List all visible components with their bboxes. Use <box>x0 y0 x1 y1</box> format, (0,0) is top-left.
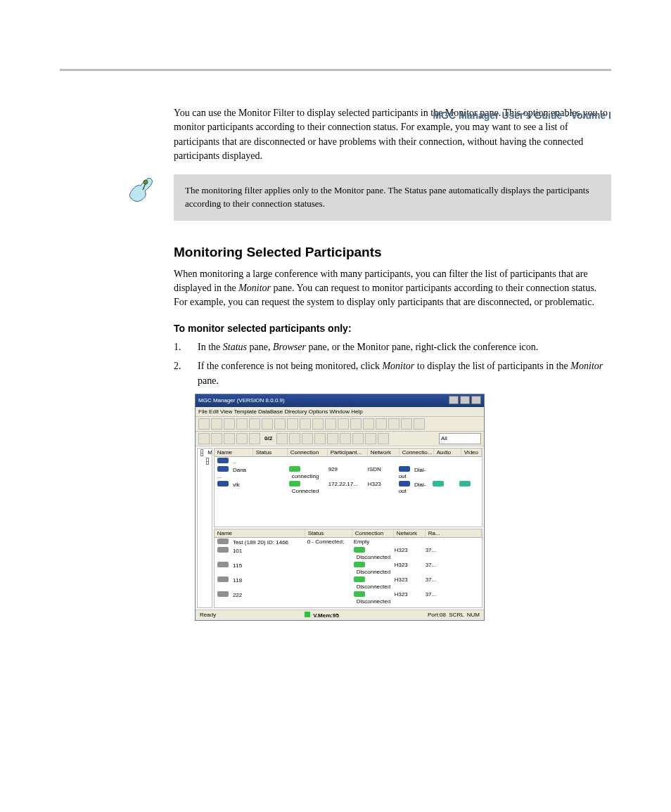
toolbar-button[interactable] <box>198 418 210 430</box>
toolbar-button[interactable] <box>378 433 389 444</box>
toolbar-button[interactable] <box>287 418 298 430</box>
status-icon <box>289 481 300 486</box>
participants-panel[interactable]: Name Status Connection Participant... Ne… <box>214 448 483 527</box>
toolbar-button[interactable] <box>211 418 222 430</box>
conn-row[interactable]: 101 DisconnectedH32337... <box>215 546 482 561</box>
toolbar-button[interactable] <box>352 433 364 444</box>
conn-row[interactable]: 118 DisconnectedH32337... <box>215 576 482 591</box>
page-header: MGC Manager User's Guide - Volume I <box>433 110 611 121</box>
step-1: 1. In the Status pane, Browser pane, or … <box>174 340 611 354</box>
top-columns[interactable]: Name Status Connection Participant... Ne… <box>215 449 482 457</box>
connection-panel[interactable]: Name Status Connection Network Ra... Tes… <box>214 529 483 608</box>
note-pin-icon <box>120 174 174 205</box>
embedded-screenshot: MGC Manager (VERSION 8.0.0.9) File Edit … <box>195 394 611 621</box>
status-bar: Ready V.Mem:95 Port:08 SCRL NUM <box>196 610 484 620</box>
toolbar-button[interactable] <box>314 433 326 444</box>
section-heading: Monitoring Selected Participants <box>174 245 611 260</box>
expander-icon[interactable]: - <box>206 458 209 465</box>
conn-row[interactable]: Test (189 20) ID: 14660 - Connected;Empt… <box>215 538 482 546</box>
toolbar-button[interactable] <box>327 433 338 444</box>
note-box: The monitoring filter applies only to th… <box>174 174 611 221</box>
status-dot-icon <box>354 562 365 567</box>
entry-icon <box>217 539 229 544</box>
up-row[interactable]: .. <box>215 457 482 465</box>
toolbar-button[interactable] <box>198 433 210 444</box>
toolbar-button[interactable] <box>236 433 248 444</box>
toolbar-button[interactable] <box>249 418 260 430</box>
toolbar-button[interactable] <box>363 418 374 430</box>
toolbar-button[interactable] <box>224 418 235 430</box>
toolbar-counter: 0/2 <box>262 435 275 442</box>
window-buttons[interactable] <box>447 396 481 406</box>
tree-panel[interactable]: -MCUs Network -Product Management ( Mino… <box>197 448 212 608</box>
conn-row[interactable]: 115 DisconnectedH32337... <box>215 561 482 576</box>
section-para: When monitoring a large conference with … <box>174 267 611 310</box>
window-title: MGC Manager (VERSION 8.0.0.9) <box>198 397 285 404</box>
entry-icon <box>217 576 229 582</box>
toolbar-2[interactable]: 0/2 All <box>196 432 484 446</box>
status-dot-icon <box>354 576 365 582</box>
entry-icon <box>217 591 229 597</box>
toolbar-button[interactable] <box>414 418 425 430</box>
toolbar-button[interactable] <box>276 433 288 444</box>
toolbar-button[interactable] <box>300 418 311 430</box>
status-dot-icon <box>354 547 365 553</box>
status-icon <box>289 466 300 472</box>
toolbar-button[interactable] <box>262 418 273 430</box>
participant-icon <box>217 481 229 486</box>
toolbar-1[interactable] <box>196 417 484 432</box>
toolbar-button[interactable] <box>224 433 235 444</box>
up-icon <box>217 458 229 463</box>
filter-select[interactable]: All <box>439 433 481 444</box>
close-button[interactable] <box>471 396 481 404</box>
video-icon <box>459 481 471 486</box>
expander-icon[interactable]: - <box>200 449 203 456</box>
toolbar-button[interactable] <box>211 433 222 444</box>
entry-icon <box>217 547 229 553</box>
step-2: 2. If the conference is not being monito… <box>174 359 611 388</box>
dial-icon <box>399 466 410 472</box>
participant-icon <box>217 466 229 472</box>
toolbar-button[interactable] <box>376 418 387 430</box>
toolbar-button[interactable] <box>249 433 260 444</box>
dial-icon <box>399 481 410 486</box>
participant-row[interactable]: Dana ... connecting 929 ISDN Dial-out <box>215 465 482 480</box>
toolbar-button[interactable] <box>338 418 349 430</box>
conn-row[interactable]: 222 DisconnectedH32337... <box>215 591 482 605</box>
toolbar-button[interactable] <box>302 433 313 444</box>
participant-row[interactable]: vik Connected 172.22.17... H323 Dial-out <box>215 480 482 495</box>
toolbar-button[interactable] <box>401 418 412 430</box>
min-button[interactable] <box>449 396 459 404</box>
toolbar-button[interactable] <box>312 418 324 430</box>
toolbar-button[interactable] <box>236 418 248 430</box>
procedure-heading: To monitor selected participants only: <box>174 323 611 334</box>
toolbar-button[interactable] <box>365 433 376 444</box>
menu-bar[interactable]: File Edit View Template DataBase Directo… <box>196 407 484 417</box>
toolbar-button[interactable] <box>340 433 351 444</box>
pushpin-icon <box>127 174 158 205</box>
status-dot-icon <box>354 591 365 597</box>
toolbar-button[interactable] <box>388 418 400 430</box>
audio-icon <box>433 481 444 486</box>
toolbar-button[interactable] <box>325 418 336 430</box>
bottom-columns[interactable]: Name Status Connection Network Ra... <box>215 529 482 538</box>
toolbar-button[interactable] <box>289 433 300 444</box>
entry-icon <box>217 562 229 567</box>
max-button[interactable] <box>460 396 470 404</box>
toolbar-button[interactable] <box>274 418 286 430</box>
toolbar-button[interactable] <box>350 418 362 430</box>
window-titlebar[interactable]: MGC Manager (VERSION 8.0.0.9) <box>196 394 484 407</box>
